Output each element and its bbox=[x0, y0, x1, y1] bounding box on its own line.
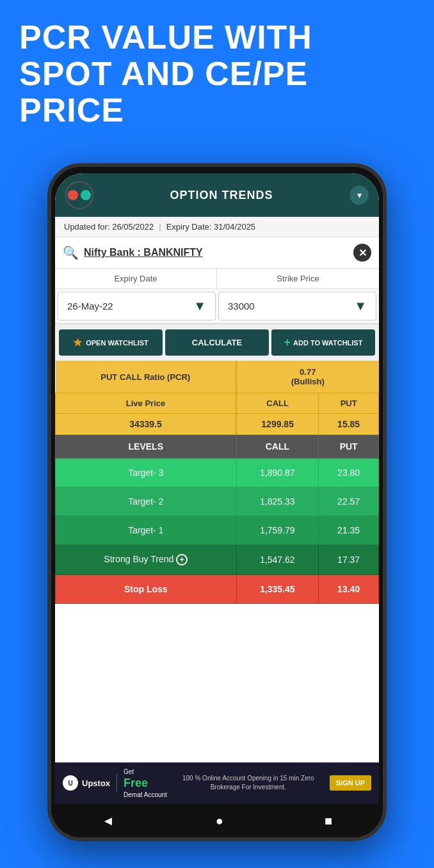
target-3-label: Target- 3 bbox=[56, 459, 237, 487]
sign-up-button[interactable]: SIGN UP bbox=[330, 775, 371, 791]
pcr-ratio-row: PUT CALL Ratio (PCR) 0.77 (Bullish) bbox=[56, 361, 379, 393]
expiry-date-header: Expiry Date bbox=[55, 269, 217, 288]
update-divider: | bbox=[159, 222, 161, 232]
search-prefix: Nifty Bank : bbox=[84, 247, 143, 258]
target-1-row: Target- 1 1,759.79 21.35 bbox=[56, 516, 379, 545]
strong-buy-put: 17.37 bbox=[319, 545, 379, 575]
search-bar[interactable]: 🔍 Nifty Bank : BANKNIFTY ✕ bbox=[55, 237, 379, 269]
target-3-call: 1,890.87 bbox=[236, 459, 319, 487]
price-header-row: Live Price CALL PUT bbox=[56, 393, 379, 414]
strong-buy-icon: + bbox=[176, 554, 188, 565]
target-3-row: Target- 3 1,890.87 23.80 bbox=[56, 459, 379, 487]
expiry-date-label: Expiry Date: 31/04/2025 bbox=[166, 222, 255, 232]
expiry-value: 26-May-22 bbox=[67, 301, 113, 312]
target-2-row: Target- 2 1,825.33 22.57 bbox=[56, 487, 379, 516]
target-1-label: Target- 1 bbox=[56, 516, 237, 545]
nav-home-button[interactable]: ● bbox=[216, 814, 223, 828]
hero-section: PCR VALUE WITH SPOT AND CE/PE PRICE bbox=[0, 0, 434, 142]
ad-right-text: 100 % Online Account Opening in 15 min Z… bbox=[173, 774, 323, 792]
upstox-logo: U Upstox bbox=[63, 775, 110, 791]
ad-divider bbox=[117, 773, 117, 793]
spot-value: 34339.5 bbox=[129, 419, 162, 429]
strike-price-dropdown[interactable]: 33000 ▼ bbox=[218, 292, 376, 320]
phone-bottom-nav: ◄ ● ■ bbox=[51, 804, 383, 837]
search-text: Nifty Bank : BANKNIFTY bbox=[84, 247, 348, 258]
plus-icon: + bbox=[284, 336, 291, 349]
close-button[interactable]: ✕ bbox=[353, 244, 371, 262]
ad-free-text: Get Free Demat Account bbox=[124, 768, 167, 799]
app-content: OPTION TRENDS ▾ Updated for: 26/05/2022 … bbox=[55, 173, 379, 804]
selectors-row: 26-May-22 ▼ 33000 ▼ bbox=[55, 289, 379, 324]
target-2-call: 1,825.33 bbox=[236, 487, 319, 516]
put-value: 15.85 bbox=[319, 414, 379, 435]
action-buttons: ★ OPEN WATCHLIST CALCULATE + ADD TO WATC… bbox=[55, 324, 379, 361]
stop-loss-call: 1,335.45 bbox=[236, 575, 319, 604]
levels-call-header: CALL bbox=[236, 435, 319, 459]
selectors-header: Expiry Date Strike Price bbox=[55, 269, 379, 289]
target-2-put: 22.57 bbox=[319, 487, 379, 516]
open-watchlist-label: OPEN WATCHLIST bbox=[86, 339, 149, 347]
strong-buy-call: 1,547.62 bbox=[236, 545, 319, 575]
price-value-row: 34339.5 1299.85 15.85 bbox=[56, 414, 379, 435]
calculate-label: CALCULATE bbox=[192, 338, 242, 347]
logo-inner bbox=[68, 184, 91, 207]
pcr-sentiment: (Bullish) bbox=[291, 377, 325, 386]
logo-circle-red bbox=[68, 190, 78, 200]
target-2-label: Target- 2 bbox=[56, 487, 237, 516]
strong-buy-label: Strong Buy Trend + bbox=[56, 545, 237, 575]
levels-put-header: PUT bbox=[319, 435, 379, 459]
calculate-button[interactable]: CALCULATE bbox=[165, 329, 269, 356]
phone-frame: OPTION TRENDS ▾ Updated for: 26/05/2022 … bbox=[47, 163, 387, 841]
search-icon: 🔍 bbox=[63, 245, 79, 260]
call-value: 1299.85 bbox=[236, 414, 319, 435]
open-watchlist-button[interactable]: ★ OPEN WATCHLIST bbox=[59, 329, 163, 356]
pcr-value: 0.77 bbox=[300, 367, 316, 377]
app-title: OPTION TRENDS bbox=[101, 189, 342, 202]
levels-label: LEVELS bbox=[56, 435, 237, 459]
phone-screen: OPTION TRENDS ▾ Updated for: 26/05/2022 … bbox=[55, 173, 379, 804]
star-icon: ★ bbox=[73, 336, 82, 349]
update-bar: Updated for: 26/05/2022 | Expiry Date: 3… bbox=[55, 217, 379, 237]
hero-title: PCR VALUE WITH SPOT AND CE/PE PRICE bbox=[0, 0, 434, 142]
add-watchlist-label: ADD TO WATCHLIST bbox=[293, 339, 362, 347]
strike-dropdown-arrow: ▼ bbox=[354, 299, 367, 313]
target-3-put: 23.80 bbox=[319, 459, 379, 487]
stop-loss-label: Stop Loss bbox=[56, 575, 237, 604]
app-logo bbox=[65, 181, 93, 209]
stop-loss-row: Stop Loss 1,335.45 13.40 bbox=[56, 575, 379, 604]
search-value: BANKNIFTY bbox=[143, 247, 202, 258]
app-header: OPTION TRENDS ▾ bbox=[55, 173, 379, 217]
expiry-date-dropdown[interactable]: 26-May-22 ▼ bbox=[58, 292, 216, 320]
ad-banner: U Upstox Get Free Demat Account 100 % On… bbox=[55, 762, 379, 804]
levels-header-row: LEVELS CALL PUT bbox=[56, 435, 379, 459]
updated-label: Updated for: 26/05/2022 bbox=[64, 222, 154, 232]
call-header: CALL bbox=[236, 393, 319, 414]
upstox-icon: U bbox=[63, 775, 78, 791]
expiry-dropdown-arrow: ▼ bbox=[193, 299, 206, 313]
target-1-call: 1,759.79 bbox=[236, 516, 319, 545]
ad-free-label: Free bbox=[124, 776, 167, 791]
ad-demat-label: Demat Account bbox=[124, 791, 167, 799]
pcr-label: PUT CALL Ratio (PCR) bbox=[100, 372, 190, 382]
strong-buy-row: Strong Buy Trend + 1,547.62 17.37 bbox=[56, 545, 379, 575]
upstox-brand: Upstox bbox=[82, 778, 110, 788]
logo-circle-green bbox=[81, 190, 91, 200]
pcr-table: PUT CALL Ratio (PCR) 0.77 (Bullish) Live… bbox=[55, 361, 379, 604]
add-watchlist-button[interactable]: + ADD TO WATCHLIST bbox=[271, 329, 375, 356]
nav-back-button[interactable]: ◄ bbox=[102, 814, 115, 828]
header-dropdown-btn[interactable]: ▾ bbox=[350, 185, 369, 205]
live-price-label: Live Price bbox=[126, 398, 165, 408]
stop-loss-put: 13.40 bbox=[319, 575, 379, 604]
put-header: PUT bbox=[319, 393, 379, 414]
strike-value: 33000 bbox=[228, 301, 255, 312]
ad-get-label: Get bbox=[124, 768, 167, 776]
strike-price-header: Strike Price bbox=[217, 269, 379, 288]
nav-recent-button[interactable]: ■ bbox=[325, 814, 332, 828]
target-1-put: 21.35 bbox=[319, 516, 379, 545]
